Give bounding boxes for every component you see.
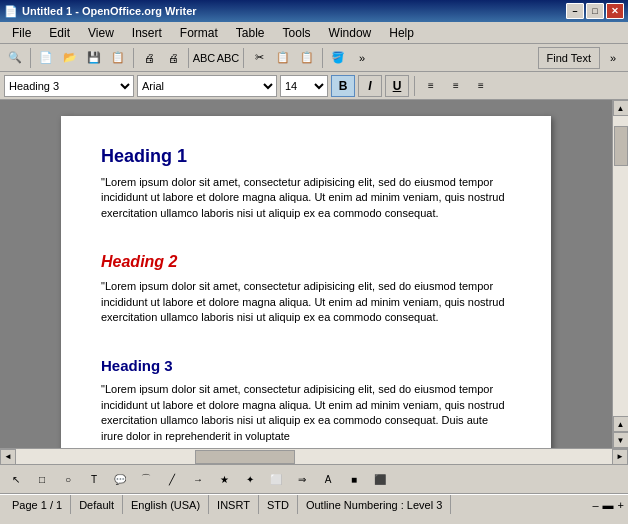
vertical-scrollbar[interactable]: ▲ ▲ ▼ xyxy=(612,100,628,448)
line-tool[interactable]: ╱ xyxy=(160,467,184,491)
status-outline: Outline Numbering : Level 3 xyxy=(298,495,451,514)
style-select[interactable]: Heading 3 xyxy=(4,75,134,97)
curve-tool[interactable]: ⌒ xyxy=(134,467,158,491)
maximize-button[interactable]: □ xyxy=(586,3,604,19)
menu-view[interactable]: View xyxy=(80,24,122,42)
horizontal-scrollbar: ◄ ► xyxy=(0,448,628,464)
app-icon: 📄 xyxy=(4,5,18,18)
cut-btn[interactable]: ✂ xyxy=(248,47,270,69)
menu-insert[interactable]: Insert xyxy=(124,24,170,42)
title-bar-left: 📄 Untitled 1 - OpenOffice.org Writer xyxy=(4,5,197,18)
status-page: Page 1 / 1 xyxy=(4,495,71,514)
title-bar: 📄 Untitled 1 - OpenOffice.org Writer – □… xyxy=(0,0,628,22)
fontwork-tool[interactable]: A xyxy=(316,467,340,491)
align-right-button[interactable]: ≡ xyxy=(470,75,492,97)
hscroll-track[interactable] xyxy=(16,449,612,464)
star-tool[interactable]: ★ xyxy=(212,467,236,491)
hscroll-right-arrow[interactable]: ► xyxy=(612,449,628,465)
separator-1 xyxy=(30,48,31,68)
spell2-btn[interactable]: ABC xyxy=(217,47,239,69)
document-scroll[interactable]: Heading 1 "Lorem ipsum dolor sit amet, c… xyxy=(0,100,612,448)
symbol-tool[interactable]: ✦ xyxy=(238,467,262,491)
extrusion-tool[interactable]: ⬛ xyxy=(368,467,392,491)
bold-button[interactable]: B xyxy=(331,75,355,97)
save-as-btn[interactable]: 📋 xyxy=(107,47,129,69)
status-language: English (USA) xyxy=(123,495,209,514)
menu-window[interactable]: Window xyxy=(321,24,380,42)
status-std: STD xyxy=(259,495,298,514)
heading-2: Heading 2 xyxy=(101,253,511,271)
menu-edit[interactable]: Edit xyxy=(41,24,78,42)
size-select[interactable]: 14 xyxy=(280,75,328,97)
scroll-thumb[interactable] xyxy=(614,126,628,166)
main-toolbar: 🔍 📄 📂 💾 📋 🖨 🖨 ABC ABC ✂ 📋 📋 🪣 » Find Tex… xyxy=(0,44,628,72)
heading-1: Heading 1 xyxy=(101,146,511,167)
new-btn[interactable]: 📄 xyxy=(35,47,57,69)
align-center-button[interactable]: ≡ xyxy=(445,75,467,97)
scroll-down-arrow-top[interactable]: ▲ xyxy=(613,416,629,432)
open-btn[interactable]: 📂 xyxy=(59,47,81,69)
menu-file[interactable]: File xyxy=(4,24,39,42)
block-arrows-tool[interactable]: ⇒ xyxy=(290,467,314,491)
zoom-increase[interactable]: + xyxy=(618,499,624,511)
status-bar: Page 1 / 1 Default English (USA) INSRT S… xyxy=(0,494,628,514)
menu-bar: File Edit View Insert Format Table Tools… xyxy=(0,22,628,44)
separator-2 xyxy=(133,48,134,68)
title-bar-controls: – □ ✕ xyxy=(566,3,624,19)
format-separator xyxy=(414,76,415,96)
font-select[interactable]: Arial xyxy=(137,75,277,97)
zoom-decrease[interactable]: – xyxy=(592,499,598,511)
separator-5 xyxy=(322,48,323,68)
toolbar-overflow-right[interactable]: » xyxy=(602,47,624,69)
paint-bucket-btn[interactable]: 🪣 xyxy=(327,47,349,69)
shadow-tool[interactable]: ■ xyxy=(342,467,366,491)
document-area: Heading 1 "Lorem ipsum dolor sit amet, c… xyxy=(0,100,628,448)
align-left-button[interactable]: ≡ xyxy=(420,75,442,97)
save-btn[interactable]: 💾 xyxy=(83,47,105,69)
separator-4 xyxy=(243,48,244,68)
callout-tool[interactable]: 💬 xyxy=(108,467,132,491)
scroll-up-arrow[interactable]: ▲ xyxy=(613,100,629,116)
arrow-tool[interactable]: → xyxy=(186,467,210,491)
find-btn-icon[interactable]: 🔍 xyxy=(4,47,26,69)
underline-button[interactable]: U xyxy=(385,75,409,97)
print-btn[interactable]: 🖨 xyxy=(162,47,184,69)
scroll-track[interactable] xyxy=(613,116,628,416)
print-preview-btn[interactable]: 🖨 xyxy=(138,47,160,69)
hscroll-left-arrow[interactable]: ◄ xyxy=(0,449,16,465)
status-style: Default xyxy=(71,495,123,514)
select-tool[interactable]: ↖ xyxy=(4,467,28,491)
text-tool[interactable]: T xyxy=(82,467,106,491)
scroll-down-arrow-bottom[interactable]: ▼ xyxy=(613,432,629,448)
window-title: Untitled 1 - OpenOffice.org Writer xyxy=(22,5,197,17)
spell-btn[interactable]: ABC xyxy=(193,47,215,69)
paste-btn[interactable]: 📋 xyxy=(296,47,318,69)
copy-btn[interactable]: 📋 xyxy=(272,47,294,69)
close-button[interactable]: ✕ xyxy=(606,3,624,19)
body-text-2: "Lorem ipsum dolor sit amet, consectetur… xyxy=(101,279,511,325)
flowchart-tool[interactable]: ⬜ xyxy=(264,467,288,491)
status-mode: INSRT xyxy=(209,495,259,514)
rectangle-tool[interactable]: □ xyxy=(30,467,54,491)
document-page: Heading 1 "Lorem ipsum dolor sit amet, c… xyxy=(61,116,551,448)
find-text-button[interactable]: Find Text xyxy=(538,47,600,69)
separator-3 xyxy=(188,48,189,68)
overflow-btn[interactable]: » xyxy=(351,47,373,69)
minimize-button[interactable]: – xyxy=(566,3,584,19)
drawing-toolbar: ↖ □ ○ T 💬 ⌒ ╱ → ★ ✦ ⬜ ⇒ A ■ ⬛ xyxy=(0,464,628,494)
italic-button[interactable]: I xyxy=(358,75,382,97)
menu-format[interactable]: Format xyxy=(172,24,226,42)
menu-help[interactable]: Help xyxy=(381,24,422,42)
ellipse-tool[interactable]: ○ xyxy=(56,467,80,491)
body-text-1: "Lorem ipsum dolor sit amet, consectetur… xyxy=(101,175,511,221)
heading-3: Heading 3 xyxy=(101,357,511,374)
body-text-3: "Lorem ipsum dolor sit amet, consectetur… xyxy=(101,382,511,444)
format-toolbar: Heading 3 Arial 14 B I U ≡ ≡ ≡ xyxy=(0,72,628,100)
menu-table[interactable]: Table xyxy=(228,24,273,42)
status-right: – ▬ + xyxy=(592,499,624,511)
zoom-bar: ▬ xyxy=(603,499,614,511)
hscroll-thumb[interactable] xyxy=(195,450,295,464)
menu-tools[interactable]: Tools xyxy=(275,24,319,42)
